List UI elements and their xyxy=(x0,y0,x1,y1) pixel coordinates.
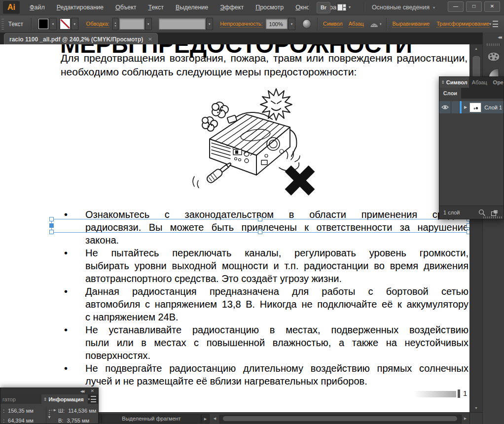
opacity-link[interactable]: Непрозрачность: xyxy=(220,21,262,28)
tab-info[interactable]: ⇕ Информация xyxy=(41,394,88,404)
fill-color-swatch[interactable] xyxy=(38,18,49,30)
panel-resize-grip[interactable] xyxy=(483,216,502,218)
selection-handle[interactable] xyxy=(258,230,262,234)
arrange-documents-button[interactable]: ▾ xyxy=(336,2,353,12)
graphic-style-icon[interactable] xyxy=(302,19,311,29)
align-panel-link[interactable]: Выравнивание xyxy=(392,21,430,28)
horizontal-scrollbar[interactable] xyxy=(219,415,462,424)
document-tab-title: racio 1100 _all.pdf @ 240,2% (CMYK/Просм… xyxy=(9,36,143,43)
transform-panel-link[interactable]: Трансформирование xyxy=(436,21,489,28)
tab-layers[interactable]: Слои xyxy=(439,88,461,99)
dock-collapse-icon[interactable]: ◀◀ xyxy=(483,33,504,42)
variable-width-profile-dropdown[interactable]: ▾ xyxy=(206,18,214,30)
intro-line: Для предотвращения возгорания, пожара, т… xyxy=(61,51,468,65)
status-menu-arrow-icon[interactable]: ▶ xyxy=(201,414,210,424)
stroke-link[interactable]: Обводка: xyxy=(86,21,109,28)
lock-toggle[interactable] xyxy=(451,101,460,113)
artboard-canvas[interactable]: МЕРЫ ПРЕДОСТОРОЖНОСТИ Для предотвращения… xyxy=(0,44,469,412)
bullet-marker: • xyxy=(64,247,85,285)
selection-handle[interactable] xyxy=(258,217,262,221)
opacity-field[interactable]: 100% xyxy=(266,19,288,29)
locate-object-icon[interactable] xyxy=(478,209,486,216)
selection-anchor[interactable] xyxy=(49,223,54,228)
selection-handle[interactable] xyxy=(467,223,469,228)
layer-name[interactable]: Слой 1 xyxy=(484,105,502,110)
controlbar-panel-menu[interactable]: ▾ xyxy=(490,21,499,27)
fill-color-dropdown[interactable]: ▾ xyxy=(49,18,57,30)
workspace-switcher[interactable]: Основные сведения ▾ xyxy=(372,0,435,15)
panel-collapse-icon[interactable]: ◀◀ xyxy=(80,388,84,394)
layers-panel-footer: 1 слой xyxy=(439,206,504,219)
app-logo-icon: Ai xyxy=(3,1,20,14)
expand-caret-icon[interactable]: ▶ xyxy=(464,105,467,109)
character-panel-link[interactable]: Символ xyxy=(323,21,343,28)
new-layer-icon[interactable] xyxy=(491,209,499,216)
page-gradient-bar xyxy=(414,391,456,397)
stroke-color-dropdown[interactable]: ▾ xyxy=(71,18,78,30)
controlbar-grip[interactable] xyxy=(1,19,4,30)
close-button[interactable]: ✕ xyxy=(484,1,500,12)
scrollbar-corner xyxy=(469,413,483,424)
control-bar: Текст ▾ ▾ Обводка: ▲ ▼ ▾ ▾ Непрозрачност… xyxy=(0,15,504,33)
menu-type[interactable]: Текст xyxy=(143,0,170,15)
selection-handle[interactable] xyxy=(49,230,54,234)
minimize-button[interactable]: — xyxy=(448,1,464,12)
color-panel-icon[interactable] xyxy=(487,52,500,62)
angry-sun-icon xyxy=(260,89,292,120)
visibility-toggle[interactable] xyxy=(439,101,451,113)
scroll-up-icon[interactable]: ▲ xyxy=(470,45,482,52)
menu-file[interactable]: Файл xyxy=(24,0,51,15)
dock-grip[interactable] xyxy=(487,43,501,46)
paragraph-panel-link[interactable]: Абзац xyxy=(349,21,364,28)
menu-edit[interactable]: Редактирование xyxy=(51,0,109,15)
stroke-weight-dropdown[interactable]: ▾ xyxy=(145,18,152,30)
separator xyxy=(317,18,318,31)
bullet-text-line: с напряжением 24В. xyxy=(85,311,468,323)
tab-opentype[interactable]: Ope xyxy=(490,77,504,88)
layer-row[interactable]: ▶ Слой 1 xyxy=(439,101,504,113)
bridge-button[interactable]: Br xyxy=(317,2,330,13)
tab-paragraph[interactable]: Абзац xyxy=(469,77,490,88)
bullet-text-line: автотранспортного средства. Это создаёт … xyxy=(85,272,468,285)
stroke-weight-stepper[interactable]: ▲ ▼ xyxy=(112,18,119,30)
scroll-left-icon[interactable]: ◀ xyxy=(211,415,218,423)
menu-object[interactable]: Объект xyxy=(109,0,143,15)
scroll-down-icon[interactable]: ▼ xyxy=(470,404,482,412)
scroll-right-icon[interactable]: ▶ xyxy=(462,415,469,423)
stroke-weight-field[interactable] xyxy=(119,18,144,30)
maximize-button[interactable]: □ xyxy=(466,1,482,12)
menu-window[interactable]: Окно xyxy=(289,0,316,15)
illustrator-window: Ai Файл Редактирование Объект Текст Выде… xyxy=(0,0,504,424)
variable-width-profile-field[interactable] xyxy=(159,18,206,30)
layer-thumbnail[interactable] xyxy=(469,103,481,112)
stepper-down-icon[interactable]: ▼ xyxy=(114,24,117,27)
dimension-arrows-icon xyxy=(46,406,58,424)
chevron-down-icon[interactable]: ▾ xyxy=(380,22,382,26)
menu-effect[interactable]: Эффект xyxy=(214,0,250,15)
dust-cloud-icon xyxy=(202,102,228,131)
layers-list: ▶ Слой 1 xyxy=(439,99,504,206)
bullet-text-line: автомобиля с напряжением 13,8 В. Никогда… xyxy=(85,298,468,311)
menu-select[interactable]: Выделение xyxy=(170,0,214,15)
envelope-warp-icon[interactable] xyxy=(370,21,378,27)
status-dropdown[interactable]: Выделенный фрагмент xyxy=(102,414,201,424)
bullet-text-line: Не подвергайте радиостанцию длительному … xyxy=(85,362,468,375)
tab-navigator[interactable]: гатор xyxy=(0,394,41,404)
horizontal-scrollbar-thumb[interactable] xyxy=(223,416,457,421)
separator xyxy=(386,18,387,31)
panel-menu-button[interactable]: ▾ xyxy=(88,394,98,404)
selection-handle[interactable] xyxy=(467,230,469,234)
stroke-color-swatch[interactable] xyxy=(60,18,71,30)
tab-close-icon[interactable]: ✕ xyxy=(148,36,152,42)
opacity-dropdown[interactable]: ▾ xyxy=(288,18,295,30)
tab-character[interactable]: ⇕ Символ xyxy=(439,77,469,88)
separator xyxy=(31,18,32,31)
document-tab-bar: racio 1100 _all.pdf @ 240,2% (CMYK/Просм… xyxy=(0,33,482,44)
selection-handle[interactable] xyxy=(49,217,54,221)
panel-close-icon[interactable]: ✕ xyxy=(90,388,94,394)
document-tab[interactable]: racio 1100 _all.pdf @ 240,2% (CMYK/Просм… xyxy=(4,33,158,45)
bullet-text-line: выбирать уровни выходной мощности и т.п.… xyxy=(85,259,468,272)
list-item: • Не устанавливайте радиостанцию в места… xyxy=(64,323,468,362)
menu-lines-icon xyxy=(91,396,96,402)
menu-view[interactable]: Просмотр xyxy=(250,0,289,15)
